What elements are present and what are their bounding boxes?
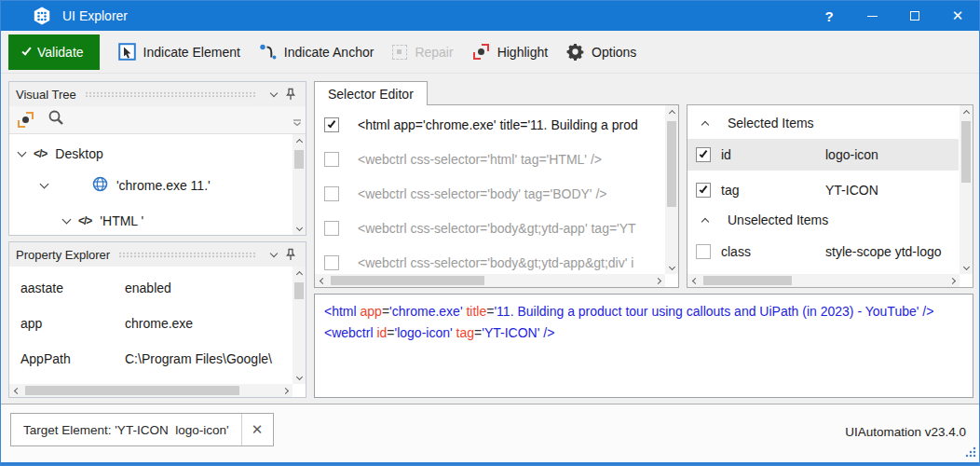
property-row[interactable]: aastate enabled xyxy=(9,272,293,304)
highlight-icon xyxy=(472,43,490,61)
property-vertical-scrollbar[interactable] xyxy=(293,267,306,384)
selector-xml-editor[interactable]: <html app='chrome.exe' title='11. Buildi… xyxy=(314,294,973,398)
pin-button[interactable] xyxy=(282,246,299,263)
checkbox-unchecked[interactable] xyxy=(324,186,339,201)
scroll-right-button[interactable] xyxy=(279,384,293,397)
scroll-down-button[interactable] xyxy=(960,261,973,274)
options-button[interactable]: Options xyxy=(566,43,636,61)
property-horizontal-scrollbar[interactable] xyxy=(9,384,293,397)
unselected-items-header[interactable]: Unselected Items xyxy=(687,206,959,234)
scrollbar-thumb[interactable] xyxy=(294,282,304,299)
scroll-left-button[interactable] xyxy=(9,384,22,397)
scrollbar-thumb[interactable] xyxy=(667,121,676,207)
property-explorer-header[interactable]: Property Explorer xyxy=(9,242,306,267)
checkbox-checked[interactable] xyxy=(696,183,711,198)
property-row[interactable]: app chrome.exe xyxy=(9,308,293,339)
panel-menu-button[interactable] xyxy=(265,246,282,263)
indicate-in-tree-button[interactable] xyxy=(17,111,34,129)
property-row[interactable]: AppPath C:\Program Files\Google\ xyxy=(9,343,293,375)
repair-button[interactable]: Repair xyxy=(392,45,453,60)
panel-menu-button[interactable] xyxy=(265,86,282,103)
checkmark-icon xyxy=(21,46,31,56)
scroll-up-button[interactable] xyxy=(293,134,306,147)
maximize-button[interactable] xyxy=(893,1,936,31)
validate-button[interactable]: Validate xyxy=(8,34,100,70)
target-element-chip: Target Element: 'YT-ICON logo-icon' ✕ xyxy=(10,413,274,446)
property-grid: aastate enabled app chrome.exe AppPath C… xyxy=(9,267,306,397)
toolbar-overflow-button[interactable] xyxy=(293,115,302,131)
selector-row[interactable]: <webctrl css-selector='body' tag='BODY' … xyxy=(315,176,664,211)
scrollbar-thumb[interactable] xyxy=(25,386,239,395)
overflow-chevron-icon xyxy=(293,119,302,128)
tree-node-chrome[interactable]: 'chrome.exe 11.' xyxy=(41,171,211,199)
attribute-row-tag[interactable]: tag YT-ICON xyxy=(687,174,959,206)
code-icon: </> xyxy=(78,214,91,227)
scroll-right-button[interactable] xyxy=(652,274,665,287)
checkbox-checked[interactable] xyxy=(324,117,339,132)
expander-icon[interactable] xyxy=(62,215,72,225)
scroll-up-button[interactable] xyxy=(293,267,306,280)
checkbox-unchecked[interactable] xyxy=(324,221,339,236)
scroll-up-button[interactable] xyxy=(960,105,973,118)
selected-items-header[interactable]: Selected Items xyxy=(687,109,959,137)
selector-row[interactable]: <webctrl css-selector='body&gt;ytd-app' … xyxy=(315,211,664,245)
selector-row[interactable]: <webctrl css-selector='html' tag='HTML' … xyxy=(315,142,664,176)
app-logo-icon xyxy=(32,6,52,26)
statusbar: Target Element: 'YT-ICON logo-icon' ✕ UI… xyxy=(1,404,979,462)
visual-tree: </> Desktop 'chrome.exe 11.' </> xyxy=(9,134,306,235)
tree-vertical-scrollbar[interactable] xyxy=(293,134,306,235)
tree-search-button[interactable] xyxy=(48,109,65,130)
scrollbar-thumb[interactable] xyxy=(294,150,304,169)
attributes-horizontal-scrollbar[interactable] xyxy=(687,274,960,287)
selector-vertical-scrollbar[interactable] xyxy=(665,105,678,274)
tab-selector-editor[interactable]: Selector Editor xyxy=(314,81,428,105)
attribute-row-id[interactable]: id logo-icon xyxy=(687,139,959,171)
scroll-down-button[interactable] xyxy=(665,261,678,274)
tree-node-html[interactable]: </> 'HTML ' xyxy=(63,207,143,235)
pin-icon xyxy=(285,88,296,101)
expander-icon[interactable] xyxy=(18,148,27,158)
scrollbar-thumb[interactable] xyxy=(331,276,484,285)
visual-tree-header[interactable]: Visual Tree xyxy=(9,82,306,106)
expander-icon[interactable] xyxy=(40,180,49,189)
scroll-right-button[interactable] xyxy=(946,274,960,287)
scroll-left-button[interactable] xyxy=(315,274,328,287)
scrollbar-thumb[interactable] xyxy=(961,121,971,183)
pin-button[interactable] xyxy=(282,86,299,103)
checkbox-unchecked[interactable] xyxy=(324,255,339,270)
scroll-down-button[interactable] xyxy=(293,371,306,384)
scroll-left-button[interactable] xyxy=(687,274,701,287)
resize-grip[interactable] xyxy=(964,445,976,461)
target-element-label: Target Element: 'YT-ICON logo-icon' xyxy=(11,423,241,437)
scroll-down-button[interactable] xyxy=(293,222,306,235)
close-button[interactable]: ✕ xyxy=(936,1,979,31)
collapse-icon[interactable] xyxy=(701,120,709,128)
visual-tree-toolbar xyxy=(9,106,306,134)
selector-row[interactable]: <html app='chrome.exe' title='11. Buildi… xyxy=(315,107,664,142)
scrollbar-thumb[interactable] xyxy=(703,276,792,285)
panel-grip[interactable] xyxy=(118,252,257,258)
indicate-anchor-button[interactable]: Indicate Anchor xyxy=(259,43,374,61)
clear-target-button[interactable]: ✕ xyxy=(241,414,273,445)
collapse-icon[interactable] xyxy=(701,217,709,225)
attribute-row-class[interactable]: class style-scope ytd-logo xyxy=(687,236,959,267)
xml-line-2: <webctrl id='logo-icon' tag='YT-ICON' /> xyxy=(324,322,963,344)
window-bottom-border xyxy=(1,462,979,465)
xml-line-1: <html app='chrome.exe' title='11. Buildi… xyxy=(324,301,963,322)
selector-horizontal-scrollbar[interactable] xyxy=(315,274,665,287)
attributes-vertical-scrollbar[interactable] xyxy=(960,105,973,274)
checkbox-checked[interactable] xyxy=(696,147,711,162)
version-label: UIAutomation v23.4.0 xyxy=(845,425,966,439)
highlight-button[interactable]: Highlight xyxy=(472,43,548,61)
help-button[interactable]: ? xyxy=(808,1,851,31)
globe-icon xyxy=(56,161,108,210)
checkbox-unchecked[interactable] xyxy=(324,152,339,167)
pin-icon xyxy=(285,248,296,261)
scroll-up-button[interactable] xyxy=(665,105,678,118)
checkbox-unchecked[interactable] xyxy=(696,244,711,259)
minimize-button[interactable] xyxy=(851,1,893,31)
code-icon: </> xyxy=(34,147,47,160)
indicate-element-icon xyxy=(118,43,136,61)
indicate-element-button[interactable]: Indicate Element xyxy=(118,43,240,61)
panel-grip[interactable] xyxy=(85,91,257,98)
